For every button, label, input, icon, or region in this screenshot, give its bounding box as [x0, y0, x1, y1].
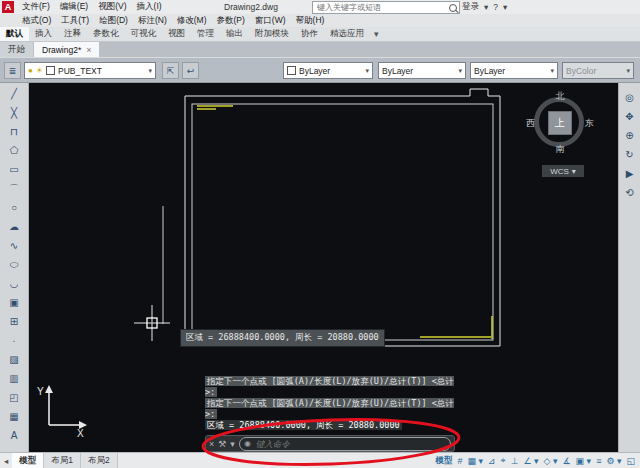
drawing-tab-close-icon[interactable]: × [86, 45, 91, 55]
color-combo-caret-icon[interactable]: ▾ [365, 67, 369, 75]
ribbon-tab-annotate[interactable]: 注释 [58, 27, 87, 41]
search-input[interactable] [315, 2, 447, 13]
construction-line-tool[interactable]: ╳ [5, 103, 24, 122]
compass-west-label[interactable]: 西 [526, 117, 535, 130]
lineweight-combo-caret-icon[interactable]: ▾ [550, 67, 554, 75]
menu-insert[interactable]: 插入(I) [132, 1, 167, 13]
hatch-tool[interactable]: ▨ [5, 350, 24, 369]
compass-south-label[interactable]: 南 [556, 143, 565, 156]
menu-format[interactable]: 格式(O) [17, 15, 56, 27]
layout-tab-layout2[interactable]: 布局2 [81, 453, 118, 468]
start-tab[interactable]: 开始 [0, 42, 33, 57]
ribbon-tab-view[interactable]: 视图 [162, 27, 191, 41]
ribbon-tab-parametric[interactable]: 参数化 [87, 27, 125, 41]
workspace-switcher[interactable]: ⚙ ▾ [606, 456, 621, 466]
linetype-combo-caret-icon[interactable]: ▾ [458, 67, 462, 75]
clean-screen-toggle[interactable]: ◱ [626, 456, 635, 466]
recent-commands-caret-icon[interactable]: ▾ [230, 439, 235, 449]
spline-tool[interactable]: ∿ [5, 236, 24, 255]
insert-block-tool[interactable]: ▣ [5, 293, 24, 312]
layout-tab-layout1[interactable]: 布局1 [44, 453, 81, 468]
signin-caret-icon[interactable]: ▾ [484, 2, 488, 12]
make-current-icon[interactable]: ⇱ [162, 62, 179, 79]
snap-toggle[interactable]: ▦ ▾ [467, 456, 483, 466]
layer-properties-icon[interactable]: ≣ [4, 62, 21, 79]
layer-combo[interactable]: ● ☀ PUB_TEXT ▾ [24, 62, 156, 79]
rectangle-tool[interactable]: ▭ [5, 160, 24, 179]
menu-edit[interactable]: 编辑(E) [55, 1, 93, 13]
orbit-icon[interactable]: ↻ [621, 145, 639, 163]
arc-tool[interactable]: ⌒ [5, 179, 24, 198]
ribbon-tab-default[interactable]: 默认 [0, 27, 29, 41]
ortho-toggle[interactable]: ⊥ [511, 456, 519, 466]
ribbon-tab-collaborate[interactable]: 协作 [295, 27, 324, 41]
ribbon-tab-output[interactable]: 输出 [220, 27, 249, 41]
polygon-tool[interactable]: ⬠ [5, 141, 24, 160]
menu-parametric[interactable]: 参数(P) [212, 15, 250, 27]
customize-icon[interactable]: ⚒ [218, 439, 226, 449]
circle-tool[interactable]: ○ [5, 198, 24, 217]
gradient-tool[interactable]: ▥ [5, 369, 24, 388]
revision-cloud-tool[interactable]: ☁ [5, 217, 24, 236]
help-caret-icon[interactable]: ▾ [503, 2, 507, 12]
menu-modify[interactable]: 修改(M) [172, 15, 212, 27]
layout-tab-model[interactable]: 模型 [12, 453, 44, 468]
line-tool[interactable]: ╱ [5, 84, 24, 103]
ribbon-tab-featured-apps[interactable]: 精选应用 [324, 27, 370, 41]
app-logo-icon[interactable]: A [2, 1, 14, 13]
linetype-combo[interactable]: ByLayer ▾ [378, 62, 466, 79]
menu-tools[interactable]: 工具(T) [56, 15, 94, 27]
menu-window[interactable]: 窗口(W) [250, 15, 291, 27]
lineweight-toggle[interactable]: ≡ [596, 456, 601, 466]
ellipse-arc-tool[interactable]: ◡ [5, 274, 24, 293]
point-tool[interactable]: ∙ [5, 331, 24, 350]
search-icon[interactable] [449, 4, 457, 12]
layout-scroll-left-icon[interactable]: ◂ [0, 456, 12, 466]
ribbon-tab-visualize[interactable]: 可视化 [125, 27, 163, 41]
showmotion-icon[interactable]: ▶ [621, 164, 639, 182]
view-compass[interactable]: 北 南 西 东 上 [528, 91, 592, 155]
command-input[interactable] [254, 438, 446, 450]
compass-top-face[interactable]: 上 [548, 111, 572, 135]
color-combo[interactable]: ByLayer ▾ [283, 62, 373, 79]
create-block-tool[interactable]: ⊞ [5, 312, 24, 331]
menu-dimension[interactable]: 标注(N) [133, 15, 172, 27]
model-space-canvas[interactable]: 区域 = 26888400.0000, 周长 = 20880.0000 北 南 … [29, 83, 618, 452]
menu-file[interactable]: 文件(F) [17, 1, 55, 13]
isometric-drafting-toggle[interactable]: ◇ ▾ [544, 456, 558, 466]
ribbon-tab-addins[interactable]: 附加模块 [249, 27, 295, 41]
grid-toggle[interactable]: # [457, 456, 462, 466]
polar-tracking-toggle[interactable]: ∠ ▾ [523, 456, 538, 466]
table-tool[interactable]: ▦ [5, 407, 24, 426]
rewind-icon[interactable]: ⟲ [621, 183, 639, 201]
lineweight-combo[interactable]: ByLayer ▾ [470, 62, 558, 79]
command-close-icon[interactable]: × [209, 439, 214, 449]
zoom-icon[interactable]: ⊕ [621, 126, 639, 144]
ellipse-tool[interactable]: ⬭ [5, 255, 24, 274]
layer-combo-caret-icon[interactable]: ▾ [148, 67, 152, 75]
ribbon-options-caret-icon[interactable]: ▾ [370, 27, 383, 41]
polyline-tool[interactable]: ⊓ [5, 122, 24, 141]
help-icon[interactable]: ? [493, 2, 498, 12]
navigation-wheel-icon[interactable]: ◎ [621, 88, 639, 106]
ribbon-tab-manage[interactable]: 管理 [191, 27, 220, 41]
pan-icon[interactable]: ✥ [621, 107, 639, 125]
wcs-button[interactable]: WCS ▾ [542, 165, 584, 177]
signin-label[interactable]: 登录 [462, 1, 479, 13]
drawing-tab[interactable]: Drawing2* × [34, 42, 99, 57]
ribbon-tab-insert[interactable]: 插入 [29, 27, 58, 41]
command-input-field[interactable]: ◉ [239, 437, 451, 451]
dynamic-input-toggle[interactable]: ⌖ [501, 455, 506, 466]
menu-view[interactable]: 视图(V) [93, 1, 131, 13]
object-snap-toggle[interactable]: ▣ ▾ [576, 456, 592, 466]
menu-help[interactable]: 帮助(H) [291, 15, 330, 27]
layer-previous-icon[interactable]: ↩ [182, 62, 199, 79]
menu-draw[interactable]: 绘图(D) [94, 15, 133, 27]
mtext-tool[interactable]: A [5, 426, 24, 445]
osnap-tracking-toggle[interactable]: ∡ [563, 456, 571, 466]
compass-east-label[interactable]: 东 [585, 117, 594, 130]
model-space-toggle[interactable]: 模型 [435, 455, 452, 467]
compass-north-label[interactable]: 北 [556, 90, 565, 103]
region-tool[interactable]: ◰ [5, 388, 24, 407]
infer-constraints-toggle[interactable]: ⊿ [488, 456, 496, 466]
